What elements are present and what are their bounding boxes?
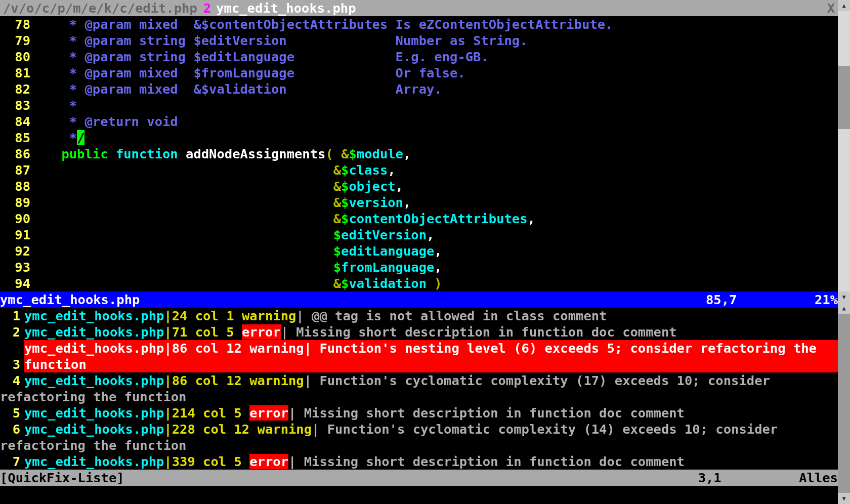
quickfix-label: [QuickFix-Liste] (0, 470, 124, 486)
status-line-quickfix: [QuickFix-Liste] 3,1 Alles (0, 470, 838, 486)
line-number: 80 (0, 49, 30, 65)
line-number: 82 (0, 81, 30, 97)
viewport: /v/o/c/p/m/e/k/c/edit.php 2 ymc_edit_hoo… (0, 0, 838, 504)
scroll-thumb[interactable] (838, 314, 850, 493)
line-number: 85 (0, 130, 30, 146)
line-number: 93 (0, 259, 30, 275)
line-number: 1 (0, 308, 24, 324)
code-line: 83 * (0, 97, 838, 113)
scroll-thumb[interactable] (838, 66, 850, 129)
line-number: 4 (0, 372, 24, 389)
quickfix-item[interactable]: 1ymc_edit_hooks.php|24 col 1 warning| @@… (0, 308, 838, 324)
tab-bar: /v/o/c/p/m/e/k/c/edit.php 2 ymc_edit_hoo… (0, 0, 838, 16)
line-number: 90 (0, 211, 30, 227)
editor-pane[interactable]: 78 * @param mixed &$contentObjectAttribu… (0, 16, 838, 291)
vertical-scrollbar[interactable]: ▲ ▼ ▲ ▼ (838, 0, 850, 504)
code-line: 79 * @param string $editVersion Number a… (0, 32, 838, 49)
code-line: 86 public function addNodeAssignments( &… (0, 146, 838, 162)
line-number: 5 (0, 405, 24, 421)
code-line: 87 &$class, (0, 162, 838, 178)
scroll-up-icon[interactable]: ▲ (838, 0, 850, 11)
status-pct: 21% (815, 291, 838, 308)
line-number: 2 (0, 324, 24, 340)
code-line: 80 * @param string $editLanguage E.g. en… (0, 49, 838, 65)
tab-label: ymc_edit_hooks.php (216, 0, 356, 16)
quickfix-item[interactable]: 2ymc_edit_hooks.php|71 col 5 error| Miss… (0, 324, 838, 340)
quickfix-item[interactable]: 7ymc_edit_hooks.php|339 col 5 error| Mis… (0, 453, 838, 470)
tab-number: 2 (203, 0, 211, 16)
quickfix-item[interactable]: 3ymc_edit_hooks.php|86 col 12 warning| F… (0, 340, 838, 372)
line-number: 78 (0, 16, 30, 32)
tab-inactive[interactable]: /v/o/c/p/m/e/k/c/edit.php (0, 0, 200, 16)
line-number: 83 (0, 97, 30, 113)
line-number: 3 (0, 356, 24, 372)
scroll-up-icon[interactable]: ▲ (838, 303, 850, 314)
code-line: 85 */ (0, 130, 838, 146)
line-number: 87 (0, 162, 30, 178)
code-line: 78 * @param mixed &$contentObjectAttribu… (0, 16, 838, 32)
quickfix-pct: Alles (799, 470, 838, 486)
code-line: 92 $editLanguage, (0, 243, 838, 259)
line-number: 89 (0, 194, 30, 211)
code-line: 94 &$validation ) (0, 275, 838, 291)
quickfix-item[interactable]: 5ymc_edit_hooks.php|214 col 5 error| Mis… (0, 405, 838, 421)
quickfix-item[interactable]: 4ymc_edit_hooks.php|86 col 12 warning| F… (0, 372, 838, 405)
quickfix-item[interactable]: 6ymc_edit_hooks.php|228 col 12 warning| … (0, 421, 838, 453)
code-line: 90 &$contentObjectAttributes, (0, 211, 838, 227)
line-number: 88 (0, 178, 30, 194)
line-number: 86 (0, 146, 30, 162)
tab-active[interactable]: 2 ymc_edit_hooks.php (200, 0, 359, 16)
status-pos: 85,7 (706, 291, 737, 308)
scroll-down-icon[interactable]: ▼ (838, 493, 850, 504)
code-line: 89 &$version, (0, 194, 838, 211)
code-line: 84 * @return void (0, 113, 838, 130)
status-line-editor: ymc_edit_hooks.php 85,7 21% (0, 291, 838, 308)
scroll-track[interactable] (838, 11, 850, 291)
code-line: 91 $editVersion, (0, 227, 838, 243)
vim-screen: /v/o/c/p/m/e/k/c/edit.php 2 ymc_edit_hoo… (0, 0, 850, 504)
line-number: 7 (0, 453, 24, 470)
status-file: ymc_edit_hooks.php (0, 291, 140, 308)
tab-bar-spacer (359, 0, 824, 16)
code-line: 81 * @param mixed $fromLanguage Or false… (0, 65, 838, 81)
code-line: 88 &$object, (0, 178, 838, 194)
line-number: 91 (0, 227, 30, 243)
line-number: 79 (0, 32, 30, 49)
cursor: / (77, 130, 84, 145)
code-line: 93 $fromLanguage, (0, 259, 838, 275)
line-number: 6 (0, 421, 24, 437)
quickfix-pane[interactable]: 1ymc_edit_hooks.php|24 col 1 warning| @@… (0, 308, 838, 470)
code-line: 82 * @param mixed &$validation Array. (0, 81, 838, 97)
quickfix-pos: 3,1 (698, 470, 721, 486)
line-number: 92 (0, 243, 30, 259)
scroll-down-icon[interactable]: ▼ (838, 291, 850, 303)
line-number: 81 (0, 65, 30, 81)
tab-close-icon[interactable]: X (824, 0, 838, 16)
line-number: 84 (0, 113, 30, 130)
line-number: 94 (0, 275, 30, 291)
